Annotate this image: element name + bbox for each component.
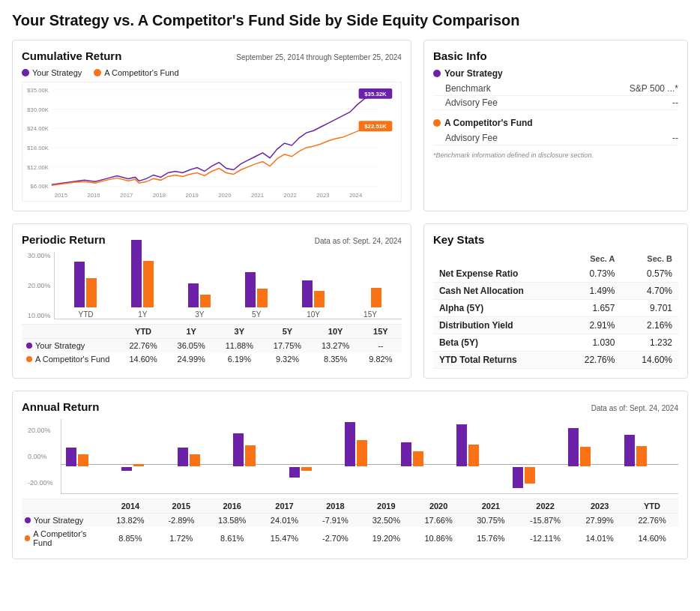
annual-pair-2023 [567,419,619,493]
annual-col-2020: 2020 [412,499,465,514]
annual-col-2019: 2019 [360,499,412,514]
annual-strategy-row: Your Strategy13.82%-2.89%13.58%24.01%-7.… [22,514,678,528]
stats-row-4: Beta (5Y) 1.030 1.232 [433,334,678,352]
competitor-dot-info [433,119,441,127]
bar-pair-1y [131,240,154,307]
stats-b-0: 0.57% [621,265,678,283]
stats-b-5: 14.60% [621,352,678,369]
svg-text:$18.00K: $18.00K [27,145,49,151]
stats-row-5: YTD Total Returns 22.76% 14.60% [433,352,678,369]
bar-strategy-10y [302,280,313,307]
svg-text:2023: 2023 [316,192,330,199]
key-stats-table: Sec. A Sec. B Net Expense Ratio 0.73% 0.… [433,252,678,369]
annual-pair-2021 [455,419,507,493]
cumulative-legend: Your Strategy A Competitor's Fund [22,68,402,77]
strategy-fee-label: Advisory Fee [445,97,498,108]
page-title: Your Strategy vs. A Competitor's Fund Si… [12,12,688,29]
bar-strategy-ytd [74,262,85,307]
basic-info-title: Basic Info [433,49,487,62]
key-stats-title: Key Stats [433,233,484,246]
strategy-label: Your Strategy [444,68,503,79]
annual-competitor-val-2: 8.61% [206,527,259,550]
stats-label-5: YTD Total Returns [433,352,564,369]
strategy-fee-row: Advisory Fee -- [433,96,678,110]
cumulative-title: Cumulative Return [22,49,121,62]
strategy-ytd: 22.76% [119,339,167,353]
bar-label-1y: 1Y [138,310,147,319]
bar-competitor-1y [143,261,154,307]
annual-bar-group-2016 [176,419,229,493]
bar-10y: 10Y [288,240,339,319]
col-5y: 5Y [263,325,311,339]
svg-text:$35.32K: $35.32K [364,91,387,97]
stats-a-0: 0.73% [564,265,621,283]
competitor-fee-row: Advisory Fee -- [433,131,678,145]
svg-text:$6.00K: $6.00K [30,183,49,190]
competitor-1y: 24.99% [167,352,215,366]
stats-b-2: 9.701 [621,300,678,317]
cumulative-date-range: September 25, 2014 through September 25,… [236,53,402,61]
dot-strategy-table [26,343,32,349]
annual-return-panel: Annual Return Data as of: Sept. 24, 2024… [12,391,688,559]
bar-15y: 15Y [345,240,396,319]
annual-bar-group-2023 [567,419,619,493]
stats-row-2: Alpha (5Y) 1.657 9.701 [433,300,678,317]
strategy-5y: 17.75% [263,339,311,353]
strategy-1y: 36.05% [167,339,215,353]
annual-strategy-val-4: -7.91% [310,514,360,528]
strategy-row-label: Your Strategy [22,339,119,353]
annual-bars [61,419,678,494]
benchmark-value: S&P 500 ...* [630,83,678,94]
periodic-bars: YTD 1Y 3Y [54,252,402,319]
basic-info-panel: Basic Info Your Strategy Benchmark S&P 5… [423,40,688,211]
annual-chart-area: 20.00% 0.00% -20.00% [22,419,678,494]
annual-pair-2016 [176,419,229,493]
stats-label-3: Distribution Yield [433,317,564,334]
col-1y: 1Y [167,325,215,339]
stats-row-3: Distribution Yield 2.91% 2.16% [433,317,678,334]
strategy-3y: 11.88% [215,339,263,353]
annual-pair-2020 [399,419,452,493]
competitor-row-label: A Competitor's Fund [22,352,119,366]
legend-strategy-label: Your Strategy [32,68,82,77]
svg-text:$35.00K: $35.00K [27,87,49,94]
annual-col-2015: 2015 [157,499,206,514]
periodic-y-axis: 30.00% 20.00% 10.00% [28,252,54,319]
competitor-5y: 9.32% [263,352,311,366]
annual-col-2018: 2018 [310,499,360,514]
strategy-benchmark-row: Benchmark S&P 500 ...* [433,82,678,96]
annual-bar-group-2022 [511,419,564,493]
annual-pair-2019 [343,419,396,493]
annual-pair-YTD [623,419,675,493]
stats-a-5: 22.76% [564,352,621,369]
annual-pair-2022 [511,419,564,493]
stats-label-0: Net Expense Ratio [433,265,564,283]
stats-label-4: Beta (5Y) [433,334,564,352]
periodic-data-table: YTD 1Y 3Y 5Y 10Y 15Y Your Strategy 22.76… [22,324,402,366]
stats-row-1: Cash Net Allocation 1.49% 4.70% [433,283,678,300]
annual-col-2017: 2017 [259,499,311,514]
strategy-15y: -- [360,339,402,353]
annual-strategy-val-6: 17.66% [412,514,465,528]
annual-bar-group-YTD [623,419,675,493]
bar-5y: 5Y [231,240,282,319]
annual-strategy-val-0: 13.82% [104,514,157,528]
annual-competitor-val-1: 1.72% [157,527,206,550]
strategy-section: Your Strategy Benchmark S&P 500 ...* Adv… [433,68,678,110]
dot-annual-strategy [25,517,31,523]
periodic-return-panel: Periodic Return Data as of: Sept. 24, 20… [12,223,411,379]
annual-competitor-val-5: 19.20% [360,527,412,550]
col-10y: 10Y [312,325,360,339]
legend-competitor-label: A Competitor's Fund [104,68,178,77]
svg-text:2020: 2020 [218,192,232,199]
annual-date: Data as of: Sept. 24, 2024 [591,404,678,412]
bar-competitor-5y [257,289,268,307]
svg-text:2021: 2021 [251,192,264,199]
annual-strategy-val-10: 22.76% [626,514,678,528]
strategy-row: Your Strategy 22.76% 36.05% 11.88% 17.75… [22,339,402,353]
stats-a-2: 1.657 [564,300,621,317]
svg-text:$22.51K: $22.51K [364,123,387,130]
annual-pair-2015 [120,419,172,493]
annual-bar-group-2017 [232,419,284,493]
svg-text:$12.00K: $12.00K [27,163,49,170]
